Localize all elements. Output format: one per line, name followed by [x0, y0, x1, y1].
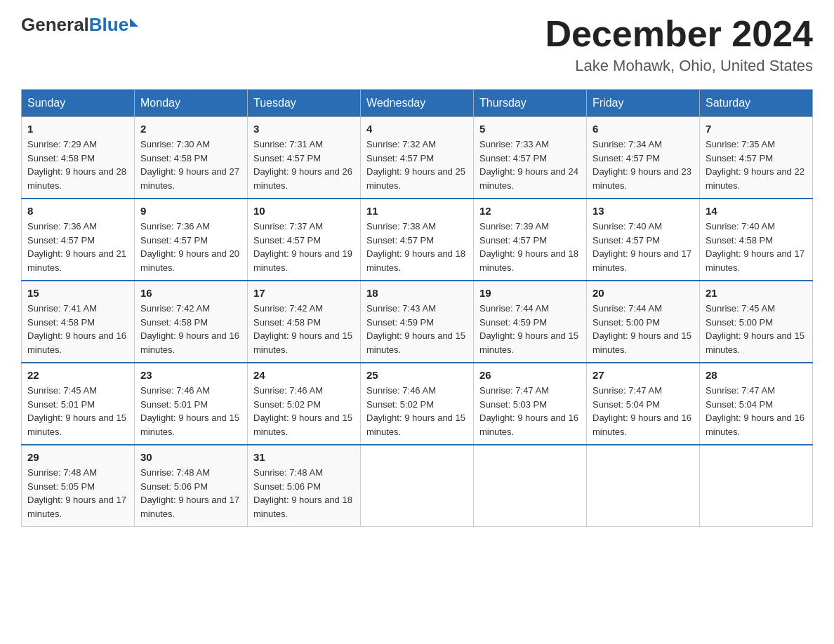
day-number: 17	[253, 287, 355, 299]
calendar-cell: 2 Sunrise: 7:30 AM Sunset: 4:58 PM Dayli…	[135, 117, 248, 199]
sunrise-label: Sunrise: 7:46 AM	[140, 385, 210, 396]
day-info: Sunrise: 7:34 AM Sunset: 4:57 PM Dayligh…	[593, 137, 694, 192]
sunrise-label: Sunrise: 7:34 AM	[593, 139, 662, 149]
calendar-cell: 1 Sunrise: 7:29 AM Sunset: 4:58 PM Dayli…	[22, 117, 135, 199]
sunset-label: Sunset: 4:59 PM	[366, 317, 434, 328]
weekday-header-saturday: Saturday	[700, 90, 813, 117]
sunrise-label: Sunrise: 7:45 AM	[27, 385, 97, 396]
calendar-cell: 31 Sunrise: 7:48 AM Sunset: 5:06 PM Dayl…	[248, 445, 361, 527]
day-number: 24	[253, 369, 355, 381]
daylight-label: Daylight: 9 hours and 18 minutes.	[479, 248, 578, 273]
logo-triangle-icon	[130, 18, 138, 27]
calendar-cell: 26 Sunrise: 7:47 AM Sunset: 5:03 PM Dayl…	[474, 363, 587, 445]
sunrise-label: Sunrise: 7:32 AM	[366, 139, 436, 149]
sunset-label: Sunset: 4:57 PM	[479, 153, 547, 163]
sunrise-label: Sunrise: 7:48 AM	[27, 467, 97, 478]
sunset-label: Sunset: 5:00 PM	[706, 317, 773, 328]
day-info: Sunrise: 7:48 AM Sunset: 5:06 PM Dayligh…	[253, 466, 355, 521]
day-info: Sunrise: 7:40 AM Sunset: 4:58 PM Dayligh…	[706, 220, 807, 274]
day-info: Sunrise: 7:42 AM Sunset: 4:58 PM Dayligh…	[253, 302, 355, 356]
sunrise-label: Sunrise: 7:37 AM	[253, 221, 323, 232]
day-number: 7	[706, 123, 807, 135]
sunset-label: Sunset: 4:57 PM	[253, 153, 321, 163]
daylight-label: Daylight: 9 hours and 17 minutes.	[27, 495, 126, 519]
sunset-label: Sunset: 4:57 PM	[140, 235, 208, 246]
sunrise-label: Sunrise: 7:31 AM	[253, 139, 323, 149]
day-info: Sunrise: 7:45 AM Sunset: 5:01 PM Dayligh…	[27, 384, 128, 438]
sunrise-label: Sunrise: 7:38 AM	[366, 221, 436, 232]
daylight-label: Daylight: 9 hours and 15 minutes.	[366, 412, 465, 437]
calendar-cell: 15 Sunrise: 7:41 AM Sunset: 4:58 PM Dayl…	[22, 281, 135, 363]
sunset-label: Sunset: 4:58 PM	[27, 153, 95, 163]
calendar-cell: 19 Sunrise: 7:44 AM Sunset: 4:59 PM Dayl…	[474, 281, 587, 363]
daylight-label: Daylight: 9 hours and 26 minutes.	[253, 166, 352, 191]
calendar-week-row: 15 Sunrise: 7:41 AM Sunset: 4:58 PM Dayl…	[22, 281, 813, 363]
day-info: Sunrise: 7:47 AM Sunset: 5:04 PM Dayligh…	[593, 384, 694, 438]
day-number: 12	[479, 205, 581, 217]
weekday-header-wednesday: Wednesday	[361, 90, 474, 117]
daylight-label: Daylight: 9 hours and 16 minutes.	[479, 412, 578, 437]
day-info: Sunrise: 7:48 AM Sunset: 5:05 PM Dayligh…	[27, 466, 128, 521]
calendar-cell: 25 Sunrise: 7:46 AM Sunset: 5:02 PM Dayl…	[361, 363, 474, 445]
calendar-title: December 2024	[545, 14, 813, 54]
calendar-cell: 17 Sunrise: 7:42 AM Sunset: 4:58 PM Dayl…	[248, 281, 361, 363]
day-number: 8	[27, 205, 128, 217]
calendar-cell	[700, 445, 813, 527]
day-info: Sunrise: 7:42 AM Sunset: 4:58 PM Dayligh…	[140, 302, 241, 356]
sunrise-label: Sunrise: 7:47 AM	[593, 385, 662, 396]
calendar-cell: 6 Sunrise: 7:34 AM Sunset: 4:57 PM Dayli…	[587, 117, 700, 199]
day-number: 26	[479, 369, 581, 381]
weekday-header-row: SundayMondayTuesdayWednesdayThursdayFrid…	[22, 90, 813, 117]
day-info: Sunrise: 7:44 AM Sunset: 4:59 PM Dayligh…	[479, 302, 581, 356]
day-info: Sunrise: 7:38 AM Sunset: 4:57 PM Dayligh…	[366, 220, 468, 274]
sunrise-label: Sunrise: 7:40 AM	[593, 221, 662, 232]
daylight-label: Daylight: 9 hours and 16 minutes.	[27, 330, 126, 355]
calendar-cell: 29 Sunrise: 7:48 AM Sunset: 5:05 PM Dayl…	[22, 445, 135, 527]
daylight-label: Daylight: 9 hours and 27 minutes.	[140, 166, 239, 191]
day-info: Sunrise: 7:32 AM Sunset: 4:57 PM Dayligh…	[366, 137, 468, 192]
daylight-label: Daylight: 9 hours and 20 minutes.	[140, 248, 239, 273]
daylight-label: Daylight: 9 hours and 17 minutes.	[593, 248, 691, 273]
sunrise-label: Sunrise: 7:44 AM	[479, 303, 549, 314]
weekday-header-thursday: Thursday	[474, 90, 587, 117]
daylight-label: Daylight: 9 hours and 15 minutes.	[366, 330, 465, 355]
sunset-label: Sunset: 4:57 PM	[366, 235, 434, 246]
day-info: Sunrise: 7:47 AM Sunset: 5:04 PM Dayligh…	[706, 384, 807, 438]
calendar-cell: 30 Sunrise: 7:48 AM Sunset: 5:06 PM Dayl…	[135, 445, 248, 527]
sunset-label: Sunset: 4:57 PM	[366, 153, 434, 163]
weekday-header-sunday: Sunday	[22, 90, 135, 117]
sunset-label: Sunset: 4:58 PM	[253, 317, 321, 328]
calendar-cell: 4 Sunrise: 7:32 AM Sunset: 4:57 PM Dayli…	[361, 117, 474, 199]
sunset-label: Sunset: 4:58 PM	[706, 235, 773, 246]
day-info: Sunrise: 7:29 AM Sunset: 4:58 PM Dayligh…	[27, 137, 128, 192]
sunset-label: Sunset: 5:03 PM	[479, 399, 547, 410]
day-info: Sunrise: 7:46 AM Sunset: 5:01 PM Dayligh…	[140, 384, 241, 438]
calendar-week-row: 8 Sunrise: 7:36 AM Sunset: 4:57 PM Dayli…	[22, 199, 813, 281]
logo: General Blue	[21, 14, 138, 36]
daylight-label: Daylight: 9 hours and 28 minutes.	[27, 166, 126, 191]
day-number: 16	[140, 287, 241, 299]
day-info: Sunrise: 7:45 AM Sunset: 5:00 PM Dayligh…	[706, 302, 807, 356]
sunrise-label: Sunrise: 7:47 AM	[706, 385, 775, 396]
calendar-cell: 3 Sunrise: 7:31 AM Sunset: 4:57 PM Dayli…	[248, 117, 361, 199]
weekday-header-friday: Friday	[587, 90, 700, 117]
daylight-label: Daylight: 9 hours and 16 minutes.	[140, 330, 239, 355]
calendar-cell: 21 Sunrise: 7:45 AM Sunset: 5:00 PM Dayl…	[700, 281, 813, 363]
day-number: 22	[27, 369, 128, 381]
sunset-label: Sunset: 5:06 PM	[253, 481, 321, 492]
day-info: Sunrise: 7:46 AM Sunset: 5:02 PM Dayligh…	[253, 384, 355, 438]
day-number: 14	[706, 205, 807, 217]
calendar-cell: 11 Sunrise: 7:38 AM Sunset: 4:57 PM Dayl…	[361, 199, 474, 281]
day-info: Sunrise: 7:46 AM Sunset: 5:02 PM Dayligh…	[366, 384, 468, 438]
calendar-table: SundayMondayTuesdayWednesdayThursdayFrid…	[21, 89, 813, 527]
sunset-label: Sunset: 5:00 PM	[593, 317, 660, 328]
sunrise-label: Sunrise: 7:30 AM	[140, 139, 210, 149]
calendar-cell: 5 Sunrise: 7:33 AM Sunset: 4:57 PM Dayli…	[474, 117, 587, 199]
sunset-label: Sunset: 4:58 PM	[27, 317, 95, 328]
calendar-cell: 24 Sunrise: 7:46 AM Sunset: 5:02 PM Dayl…	[248, 363, 361, 445]
sunrise-label: Sunrise: 7:29 AM	[27, 139, 97, 149]
day-number: 6	[593, 123, 694, 135]
calendar-cell: 12 Sunrise: 7:39 AM Sunset: 4:57 PM Dayl…	[474, 199, 587, 281]
day-info: Sunrise: 7:41 AM Sunset: 4:58 PM Dayligh…	[27, 302, 128, 356]
page-header: General Blue December 2024 Lake Mohawk, …	[21, 14, 813, 75]
